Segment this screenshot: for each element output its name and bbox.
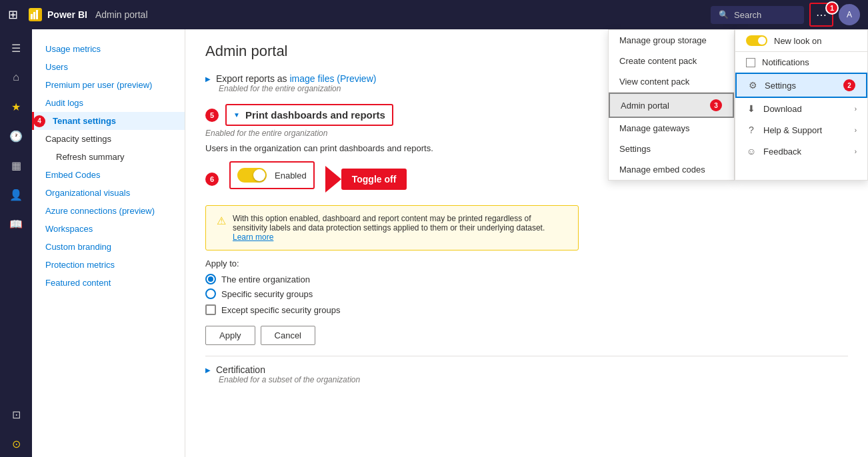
download-item[interactable]: ⬇ Download › [735,98,867,119]
nav-audit-logs[interactable]: Audit logs [32,94,185,112]
create-content-pack-item[interactable]: Create content pack [609,51,734,71]
help-chevron: › [855,127,857,134]
radio-entire-org-row: The entire organization [205,274,848,284]
manage-group-storage-item[interactable]: Manage group storage [609,30,734,51]
view-content-pack-item[interactable]: View content pack [609,71,734,92]
sidebar-learn-icon[interactable]: 📖 [3,211,29,237]
new-look-label: New look on [774,36,822,46]
toggle-thumb [253,169,265,181]
toggle-off-label: Toggle off [341,169,407,190]
settings-dropdown-item[interactable]: ⚙ Settings 2 [735,73,867,98]
export-title: Export reports as image files (Preview) [216,73,376,84]
print-title: Print dashboards and reports [245,109,385,121]
radio-entire-org[interactable] [205,274,216,284]
nav-usage-metrics[interactable]: Usage metrics [32,40,185,58]
sidebar-powerbi-icon[interactable]: ⊙ [3,430,29,457]
left-nav: Usage metrics Users Premium per user (pr… [32,29,185,457]
enabled-toggle[interactable] [237,168,267,183]
feedback-item[interactable]: ☺ Feedback › [735,141,867,162]
radio-specific-groups-row: Specific security groups [205,288,848,299]
breadcrumb: Admin portal [95,9,148,20]
nav-protection-metrics[interactable]: Protection metrics [32,256,185,274]
apply-to-label: Apply to: [205,258,848,268]
annotation-badge-5: 5 [205,109,219,122]
nav-embed-codes[interactable]: Embed Codes [32,166,185,184]
manage-embed-codes-item[interactable]: Manage embed codes [609,159,734,180]
new-look-toggle[interactable] [746,35,767,46]
notifications-checkbox[interactable] [746,58,755,67]
feedback-chevron: › [855,148,857,155]
feedback-icon: ☺ [746,146,757,157]
cert-subtitle: Enabled for a subset of the organization [219,375,848,384]
sidebar-menu-icon[interactable]: ☰ [3,35,29,61]
action-buttons: Apply Cancel [205,326,848,345]
notifications-item[interactable]: Notifications [735,52,867,73]
settings-item[interactable]: Settings [609,139,734,159]
user-avatar[interactable]: A [839,4,860,25]
toggle-row: Enabled [229,161,315,189]
sidebar-favorites-icon[interactable]: ★ [3,93,29,120]
radio-specific-groups[interactable] [205,288,216,299]
settings-icon: ⚙ [747,80,758,91]
manage-gateways-item[interactable]: Manage gateways [609,118,734,139]
apply-button[interactable]: Apply [205,326,255,345]
nav-azure-connections[interactable]: Azure connections (preview) [32,202,185,220]
help-icon: ? [746,125,757,135]
certification-section: ▶ Certification Enabled for a subset of … [205,356,848,384]
learn-more-link[interactable]: Learn more [233,232,273,242]
svg-rect-0 [31,14,33,19]
search-icon: 🔍 [719,10,729,19]
nav-refresh-summary[interactable]: Refresh summary [32,148,185,166]
search-label: Search [734,10,761,20]
download-icon: ⬇ [746,103,757,114]
radio-entire-org-label: The entire organization [221,274,310,284]
sidebar-apps-icon[interactable]: ▦ [3,152,29,179]
help-support-item[interactable]: ? Help & Support › [735,119,867,141]
warning-box: ⚠ With this option enabled, dashboard an… [205,205,579,250]
sidebar-home-icon[interactable]: ⌂ [3,64,29,91]
print-chevron-icon: ▼ [233,111,240,119]
admin-portal-item[interactable]: Admin portal 3 [609,93,734,118]
radio-specific-groups-label: Specific security groups [221,289,313,299]
cert-header[interactable]: ▶ Certification [205,364,848,375]
sidebar-shared-icon[interactable]: 👤 [3,181,29,208]
warning-icon: ⚠ [217,215,226,242]
export-chevron-icon: ▶ [205,75,211,83]
svg-rect-1 [33,12,35,19]
sidebar-recent-icon[interactable]: 🕐 [3,123,29,149]
nav-tenant-settings-row: 4 Tenant settings [32,112,185,130]
topbar: ⊞ Power BI Admin portal 🔍 Search ⋯ 1 A [0,0,868,29]
app-name: Power BI [47,9,87,20]
annotation-badge-6: 6 [205,173,219,186]
app-logo: Power BI Admin portal [29,8,148,21]
waffle-icon[interactable]: ⊞ [8,7,18,22]
svg-rect-2 [36,10,38,19]
sidebar-workspaces-icon[interactable]: ⊡ [3,401,29,428]
search-button[interactable]: 🔍 Search [711,6,804,24]
nav-premium-per-user[interactable]: Premium per user (preview) [32,76,185,94]
nav-tenant-settings[interactable]: Tenant settings [32,112,185,130]
toggle-label: Enabled [275,171,307,181]
cancel-button[interactable]: Cancel [261,326,315,345]
powerbi-icon [29,8,42,21]
annotation-badge-3: 3 [710,99,722,111]
nav-featured-content[interactable]: Featured content [32,274,185,292]
checkbox-except-row: Except specific security groups [205,304,848,315]
toggle-off-indicator: Toggle off [325,166,407,193]
nav-capacity-settings[interactable]: Capacity settings [32,130,185,148]
cert-chevron-icon: ▶ [205,366,211,374]
nav-workspaces[interactable]: Workspaces [32,220,185,238]
cert-title: Certification [216,364,265,375]
except-checkbox[interactable] [205,304,216,315]
warning-text: With this option enabled, dashboard and … [233,214,545,232]
annotation-badge-1: 1 [825,1,839,15]
new-look-row: New look on [735,30,867,52]
download-chevron: › [855,105,857,113]
annotation-badge-4: 4 [33,115,45,127]
nav-org-visuals[interactable]: Organizational visuals [32,184,185,202]
nav-custom-branding[interactable]: Custom branding [32,238,185,256]
arrow-shape [325,166,341,193]
print-dashboards-header[interactable]: ▼ Print dashboards and reports [225,104,393,126]
nav-users[interactable]: Users [32,58,185,76]
except-label: Except specific security groups [221,305,340,315]
